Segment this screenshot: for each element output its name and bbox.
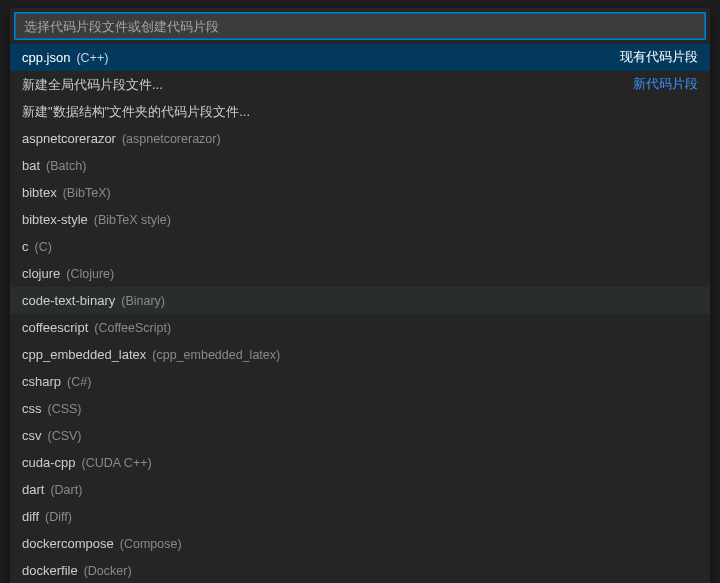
- item-label: 新建全局代码片段文件...: [22, 76, 163, 94]
- snippet-search-input[interactable]: [15, 13, 705, 39]
- item-label: dockerfile: [22, 563, 78, 578]
- item-label: csv: [22, 428, 42, 443]
- list-item[interactable]: csharp(C#): [10, 368, 710, 395]
- item-label: cpp.json: [22, 50, 70, 65]
- item-detail: (Diff): [45, 510, 72, 524]
- list-item[interactable]: 新建全局代码片段文件...新代码片段: [10, 71, 710, 98]
- item-detail: (BibTeX): [63, 186, 111, 200]
- item-label: css: [22, 401, 42, 416]
- item-detail: (Binary): [121, 294, 165, 308]
- item-detail: (CSS): [48, 402, 82, 416]
- list-item[interactable]: bibtex(BibTeX): [10, 179, 710, 206]
- item-label: csharp: [22, 374, 61, 389]
- item-detail: (C++): [76, 51, 108, 65]
- item-detail: (Clojure): [66, 267, 114, 281]
- item-detail: (Compose): [120, 537, 182, 551]
- list-item[interactable]: c(C): [10, 233, 710, 260]
- item-label: 新建"数据结构"文件夹的代码片段文件...: [22, 103, 250, 121]
- item-label: cuda-cpp: [22, 455, 75, 470]
- item-label: bibtex: [22, 185, 57, 200]
- item-detail: (C): [35, 240, 52, 254]
- list-item[interactable]: diff(Diff): [10, 503, 710, 530]
- item-label: diff: [22, 509, 39, 524]
- list-item[interactable]: bibtex-style(BibTeX style): [10, 206, 710, 233]
- list-item[interactable]: aspnetcorerazor(aspnetcorerazor): [10, 125, 710, 152]
- list-item[interactable]: code-text-binary(Binary): [10, 287, 710, 314]
- item-label: dockercompose: [22, 536, 114, 551]
- item-detail: (CSV): [48, 429, 82, 443]
- list-item[interactable]: coffeescript(CoffeeScript): [10, 314, 710, 341]
- item-detail: (CUDA C++): [81, 456, 151, 470]
- list-item[interactable]: dockerfile(Docker): [10, 557, 710, 583]
- snippet-picker: cpp.json(C++)现有代码片段新建全局代码片段文件...新代码片段新建"…: [10, 8, 710, 583]
- item-detail: (Dart): [50, 483, 82, 497]
- item-label: bat: [22, 158, 40, 173]
- item-label: clojure: [22, 266, 60, 281]
- item-detail: (Docker): [84, 564, 132, 578]
- item-label: bibtex-style: [22, 212, 88, 227]
- item-label: coffeescript: [22, 320, 88, 335]
- item-detail: (BibTeX style): [94, 213, 171, 227]
- item-label: c: [22, 239, 29, 254]
- list-item[interactable]: dart(Dart): [10, 476, 710, 503]
- list-item[interactable]: bat(Batch): [10, 152, 710, 179]
- item-detail: (Batch): [46, 159, 86, 173]
- item-detail: (CoffeeScript): [94, 321, 171, 335]
- item-detail: (cpp_embedded_latex): [152, 348, 280, 362]
- item-group-label: 现有代码片段: [620, 49, 698, 66]
- item-detail: (C#): [67, 375, 91, 389]
- item-label: cpp_embedded_latex: [22, 347, 146, 362]
- item-label: code-text-binary: [22, 293, 115, 308]
- input-wrapper: [10, 8, 710, 44]
- list-item[interactable]: cpp_embedded_latex(cpp_embedded_latex): [10, 341, 710, 368]
- item-group-label: 新代码片段: [633, 76, 698, 93]
- list-item[interactable]: cuda-cpp(CUDA C++): [10, 449, 710, 476]
- list-item[interactable]: css(CSS): [10, 395, 710, 422]
- list-item[interactable]: cpp.json(C++)现有代码片段: [10, 44, 710, 71]
- snippet-list[interactable]: cpp.json(C++)现有代码片段新建全局代码片段文件...新代码片段新建"…: [10, 44, 710, 583]
- item-label: aspnetcorerazor: [22, 131, 116, 146]
- list-item[interactable]: csv(CSV): [10, 422, 710, 449]
- item-detail: (aspnetcorerazor): [122, 132, 221, 146]
- list-item[interactable]: clojure(Clojure): [10, 260, 710, 287]
- list-item[interactable]: 新建"数据结构"文件夹的代码片段文件...: [10, 98, 710, 125]
- item-label: dart: [22, 482, 44, 497]
- list-item[interactable]: dockercompose(Compose): [10, 530, 710, 557]
